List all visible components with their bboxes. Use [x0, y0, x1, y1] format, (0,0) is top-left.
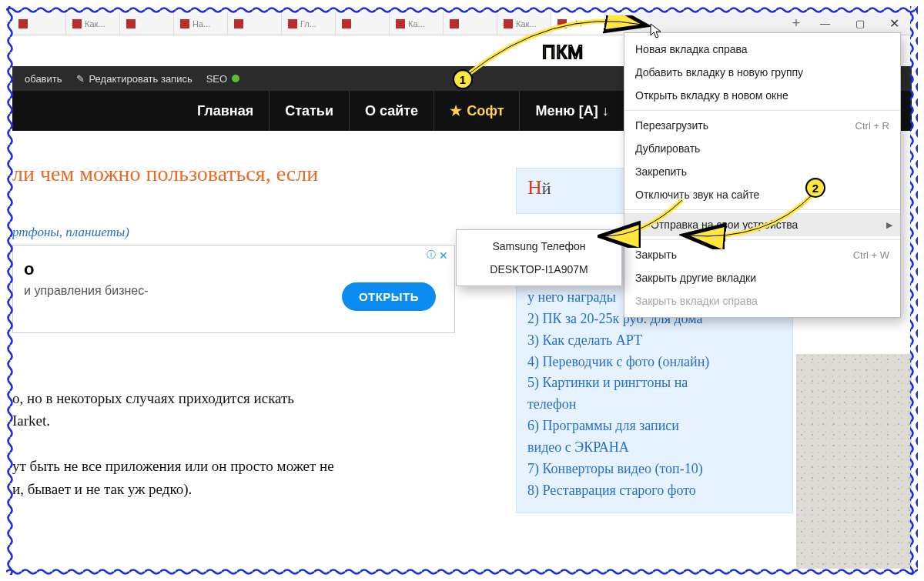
ctx-close-others[interactable]: Закрыть другие вкладки	[624, 266, 900, 289]
ctx-close[interactable]: ЗакрытьCtrl + W	[624, 243, 900, 266]
send-devices-submenu: Samsung Телефон DESKTOP-I1A907M	[456, 229, 622, 286]
tab[interactable]: Ка...	[390, 12, 444, 35]
favicon-icon	[126, 19, 136, 28]
ctx-open-new-window[interactable]: Открыть вкладку в новом окне	[624, 84, 900, 107]
favicon-icon	[18, 19, 28, 28]
ad-title: о	[24, 259, 444, 279]
wp-seo-button[interactable]: SEO	[206, 73, 239, 85]
seo-status-icon	[232, 75, 239, 82]
browser-window: Как... На... Гл... Ка... Как... ✕ + — ▢ …	[12, 12, 912, 569]
ctx-separator	[624, 110, 900, 111]
sidebar-link[interactable]: 5) Картинки и рингтоны на	[527, 372, 782, 394]
favicon-icon	[288, 19, 297, 28]
ctx-reload[interactable]: ПерезагрузитьCtrl + R	[624, 114, 900, 137]
new-tab-button[interactable]: +	[785, 12, 808, 35]
ad-controls: ⓘ ✕	[427, 249, 448, 262]
favicon-icon	[180, 19, 189, 28]
tab-context-menu: Новая вкладка справа Добавить вкладку в …	[624, 32, 901, 318]
sidebar-link[interactable]: 3) Как сделать АРТ	[527, 330, 782, 352]
nav-menu[interactable]: Меню [A] ↓	[520, 91, 624, 131]
wp-edit-button[interactable]: ✎Редактировать запись	[76, 73, 192, 85]
close-window-button[interactable]: ✕	[877, 12, 912, 35]
tab[interactable]	[228, 12, 282, 35]
favicon-icon	[557, 19, 567, 28]
ad-close-icon[interactable]: ✕	[439, 249, 448, 262]
ctx-new-tab-right[interactable]: Новая вкладка справа	[624, 38, 900, 61]
sidebar-link[interactable]: 4) Переводчик с фото (онлайн)	[527, 352, 782, 373]
sidebar-link[interactable]: 6) Программы для записи	[527, 416, 782, 437]
cursor-icon	[650, 23, 664, 40]
submenu-device-desktop[interactable]: DESKTOP-I1A907M	[457, 258, 621, 281]
tab[interactable]	[12, 12, 66, 35]
window-controls: — ▢ ✕	[808, 12, 912, 35]
pencil-icon: ✎	[76, 73, 85, 85]
star-icon: ★	[450, 102, 462, 119]
texture-image	[796, 354, 912, 569]
ctx-separator	[624, 209, 900, 210]
nav-soft[interactable]: ★Софт	[434, 91, 520, 131]
sidebar-link[interactable]: видео с ЭКРАНА	[527, 437, 782, 459]
nav-about[interactable]: О сайте	[350, 91, 434, 131]
annotation-badge-2: 2	[805, 178, 825, 198]
favicon-icon	[450, 19, 459, 28]
tab[interactable]	[444, 12, 497, 35]
tab[interactable]: Как...	[66, 12, 120, 35]
ad-info-icon[interactable]: ⓘ	[427, 249, 436, 262]
chevron-right-icon: ▶	[886, 220, 892, 230]
wp-add-button[interactable]: обавить	[20, 73, 62, 85]
ctx-add-to-group[interactable]: Добавить вкладку в новую группу	[624, 61, 900, 84]
ctx-separator	[624, 239, 900, 240]
ad-open-button[interactable]: ОТКРЫТЬ	[342, 282, 436, 311]
article-body: о, но в некоторых случаях приходится иск…	[12, 387, 467, 500]
favicon-icon	[396, 19, 405, 28]
ctx-pin[interactable]: Закрепить	[624, 160, 900, 183]
tab-close-icon[interactable]: ✕	[574, 18, 583, 28]
tab[interactable]: На...	[174, 12, 228, 35]
category-link[interactable]: ртфоны, планшеты)	[12, 225, 467, 240]
minimize-button[interactable]: —	[808, 12, 842, 35]
submenu-device-phone[interactable]: Samsung Телефон	[457, 235, 621, 258]
nav-articles[interactable]: Статьи	[270, 91, 350, 131]
tab[interactable]	[336, 12, 390, 35]
tab[interactable]: Как...	[497, 12, 551, 35]
favicon-icon	[504, 19, 513, 28]
favicon-icon	[234, 19, 243, 28]
page-title: ли чем можно пользоваться, если	[12, 154, 467, 202]
main-column: ли чем можно пользоваться, если ртфоны, …	[12, 154, 467, 500]
tab[interactable]: Гл...	[282, 12, 336, 35]
favicon-icon	[72, 19, 82, 28]
sidebar-link[interactable]: телефон	[527, 394, 782, 416]
annotation-pkm-label: ПКМ	[542, 42, 584, 63]
tab-strip: Как... На... Гл... Ка... Как... ✕	[12, 12, 785, 35]
sidebar-link[interactable]: 7) Конверторы видео (топ-10)	[527, 459, 782, 480]
ctx-mute[interactable]: Отключить звук на сайте	[624, 183, 900, 206]
annotation-badge-1: 1	[453, 69, 473, 89]
nav-home[interactable]: Главная	[182, 91, 270, 131]
sidebar-link[interactable]: 8) Реставрация старого фото	[527, 480, 782, 502]
favicon-icon	[342, 19, 351, 28]
tab[interactable]	[120, 12, 174, 35]
ctx-send-to-devices[interactable]: Отправка на свои устройства ▶	[624, 213, 900, 236]
ad-block: ⓘ ✕ о и управления бизнес- ОТКРЫТЬ	[12, 245, 455, 333]
ctx-duplicate[interactable]: Дублировать	[624, 137, 900, 160]
maximize-button[interactable]: ▢	[842, 12, 877, 35]
tab-active[interactable]: ✕	[551, 12, 605, 35]
ctx-close-right: Закрыть вкладки справа	[624, 289, 900, 312]
